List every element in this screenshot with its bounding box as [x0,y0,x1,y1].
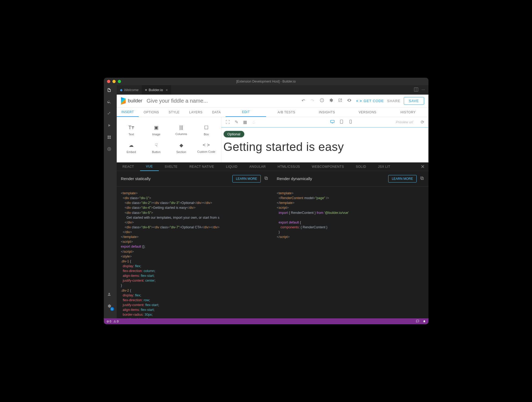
builder-app: builder ↶ ↷ ? < >GET CODE SHARE SAVE INS… [117,95,428,162]
fw-tab-liquid[interactable]: LIQUID [220,162,243,171]
builder-tab-edit[interactable]: EDIT [226,107,266,117]
fw-tab-svelte[interactable]: SVELTE [159,162,184,171]
svg-text:?: ? [321,99,322,102]
open-external-icon[interactable] [338,98,344,104]
fullscreen-icon[interactable]: ⛶ [226,120,230,125]
insert-box[interactable]: ☐Box [194,121,219,139]
grid-icon[interactable]: ▦ [243,120,247,125]
builder-icon[interactable] [107,147,113,153]
flame-icon[interactable]: ♨ [252,120,256,125]
tablet-icon[interactable] [339,120,344,125]
fw-tab-vue[interactable]: VUE [140,162,159,171]
fw-tab-jsxlit[interactable]: JSX LIT [372,162,396,171]
svg-rect-9 [350,120,351,123]
search-icon[interactable] [107,100,113,106]
settings-gear-icon[interactable]: 1 [107,304,113,310]
builder-tab-layers[interactable]: LAYERS [184,107,207,117]
builder-header: builder ↶ ↷ ? < >GET CODE SHARE SAVE [117,95,428,107]
svg-point-1 [108,293,110,294]
dynamic-header: Render dynamically LEARN MORE [273,171,428,186]
vscode-icon: ◆ [120,88,123,92]
learn-more-static-button[interactable]: LEARN MORE [232,175,261,183]
builder-tab-history[interactable]: HISTORY [388,107,428,117]
tab-welcome[interactable]: ◆ Welcome [117,85,142,95]
eye-icon[interactable] [347,98,353,104]
fw-tab-angular[interactable]: ANGULAR [243,162,272,171]
accounts-icon[interactable] [107,292,113,299]
builder-tab-insights[interactable]: INSIGHTS [307,107,347,117]
fiddle-name-input[interactable] [146,97,298,105]
share-button[interactable]: SHARE [387,99,401,103]
close-window[interactable] [107,80,110,83]
insert-embed[interactable]: ☁Embed [119,139,144,157]
run-debug-icon[interactable] [107,123,113,130]
get-code-button[interactable]: < >GET CODE [356,99,384,103]
builder-tab-options[interactable]: OPTIONS [139,107,164,117]
copy-static-icon[interactable] [264,176,268,181]
learn-more-dynamic-button[interactable]: LEARN MORE [388,175,416,183]
fw-tab-reactnative[interactable]: REACT NATIVE [184,162,220,171]
traffic-lights [104,80,121,83]
builder-tab-style[interactable]: STYLE [164,107,185,117]
fw-tab-htmlcssjs[interactable]: HTML/CSS/JS [272,162,306,171]
box-icon: ☐ [204,125,208,131]
builder-tab-abtests[interactable]: A/B TESTS [266,107,307,117]
split-editor-icon[interactable] [414,87,418,93]
dynamic-code-block[interactable]: <template> <RenderContent model="page" /… [273,187,428,318]
framework-tabs: REACTVUESVELTEREACT NATIVELIQUIDANGULARH… [117,162,428,171]
fw-tab-webcomponents[interactable]: WEBCOMPONENTS [306,162,350,171]
fw-tab-solid[interactable]: SOLID [350,162,372,171]
save-button[interactable]: SAVE [404,97,424,105]
extensions-icon[interactable] [107,135,113,142]
builder-tab-insert[interactable]: INSERT [117,107,139,117]
code-panel: REACTVUESVELTEREACT NATIVELIQUIDANGULARH… [117,162,428,318]
status-bar: ⊘ 0 ⚠ 0 [104,318,428,324]
edit-pencil-icon[interactable]: ✎ [235,120,238,125]
insert-image[interactable]: ▣Image [144,121,169,139]
warnings-count[interactable]: ⚠ 0 [113,320,119,323]
refresh-icon[interactable]: ⟳ [421,120,424,125]
button-icon: ☟ [155,142,158,148]
insert-button[interactable]: ☟Button [144,139,169,157]
source-control-icon[interactable] [107,111,113,118]
vscode-window: [Extension Development Host] - Builder.i… [104,78,428,324]
redo-icon[interactable]: ↷ [311,98,317,104]
undo-icon[interactable]: ↶ [302,98,307,104]
close-tab-icon[interactable]: × [166,88,168,92]
fw-tab-react[interactable]: REACT [117,162,140,171]
help-icon[interactable]: ? [320,98,326,104]
tab-builder[interactable]: ≡ Builder.io × [142,85,171,95]
builder-tab-data[interactable]: DATA [207,107,226,117]
desktop-icon[interactable] [330,120,335,125]
explorer-icon[interactable] [107,88,113,94]
more-actions-icon[interactable]: ··· [421,87,425,93]
preview-headline: Getting started is easy [223,140,426,154]
feedback-icon[interactable] [416,320,419,323]
preview-url-input[interactable]: Preview url [396,120,413,124]
svg-rect-13 [420,177,423,179]
static-code-block[interactable]: <template> <div class="div-1"> <div clas… [117,187,273,318]
insert-custom-code[interactable]: < >Custom Code [194,139,219,157]
errors-count[interactable]: ⊘ 0 [107,320,111,323]
insert-columns[interactable]: |||Columns [169,121,194,139]
minimize-window[interactable] [112,80,116,83]
insert-text[interactable]: TᴛText [119,121,144,139]
mobile-icon[interactable] [348,120,353,125]
gear-icon[interactable] [329,98,335,104]
builder-toolbar: INSERTOPTIONSSTYLELAYERSDATA EDITA/B TES… [117,107,428,117]
builder-logo: builder [121,97,142,105]
canvas-tools: ⛶ ✎ ▦ ♨ Preview url ⟳ [221,117,428,127]
builder-tab-versions[interactable]: VERSIONS [347,107,388,117]
bell-icon[interactable] [423,320,426,323]
text-icon: Tᴛ [129,125,134,131]
settings-badge: 1 [110,307,114,311]
maximize-window[interactable] [118,80,121,83]
editor-tabs: ◆ Welcome ≡ Builder.io × ··· [117,85,428,95]
columns-icon: ||| [179,125,183,130]
close-code-panel-icon[interactable]: ✕ [417,164,428,170]
canvas-area: ⛶ ✎ ▦ ♨ Preview url ⟳ [221,117,428,162]
insert-section[interactable]: ◆Section [169,139,194,157]
copy-dynamic-icon[interactable] [420,176,424,181]
svg-rect-11 [265,177,267,179]
preview-canvas[interactable]: Optional Getting started is easy [221,127,428,162]
